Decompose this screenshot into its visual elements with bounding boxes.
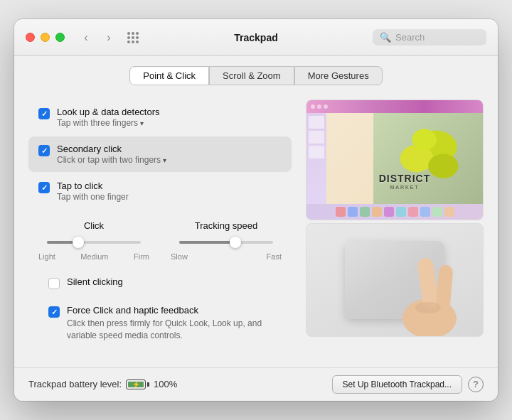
option-force-desc: Click then press firmly for Quick Look, … — [67, 318, 272, 342]
tracking-slider-thumb[interactable] — [230, 237, 241, 248]
click-slider-title: Click — [38, 220, 149, 231]
tracking-slider-track[interactable] — [179, 241, 273, 244]
option-lookup: ✓ Look up & data detectors Tap with thre… — [28, 99, 292, 135]
tracking-slider-track-container — [174, 237, 279, 248]
forward-button[interactable]: › — [99, 28, 119, 48]
dot-2 — [317, 104, 321, 109]
click-slider-group: Click Light Medium Firm — [38, 220, 149, 261]
maximize-button[interactable] — [55, 33, 65, 42]
tab-point-click[interactable]: Point & Click — [129, 66, 209, 85]
tracking-slider-labels: Slow Fast — [171, 252, 282, 261]
apps-grid — [127, 32, 139, 43]
search-input[interactable] — [395, 32, 479, 43]
battery-percent: 100% — [154, 379, 177, 389]
back-button[interactable]: ‹ — [76, 28, 96, 48]
left-panel: ✓ Look up & data detectors Tap with thre… — [28, 99, 292, 356]
option-lookup-label: Look up & data detectors — [57, 107, 282, 117]
grid-icon[interactable] — [127, 32, 139, 43]
force-click-section: Silent clicking ✓ Force Click and haptic… — [28, 266, 292, 356]
checkmark-icon: ✓ — [41, 147, 48, 155]
slider-group: Click Light Medium Firm — [38, 220, 282, 261]
minimize-button[interactable] — [41, 33, 50, 42]
tracking-slider-fill — [179, 241, 235, 244]
grid-dot — [132, 41, 134, 43]
titlebar: ‹ › Trackpad 🔍 — [14, 19, 498, 56]
hand-svg — [383, 230, 476, 336]
district-preview-inner: DISTRICT MARKET — [306, 100, 483, 220]
district-content-area: DISTRICT MARKET — [326, 113, 483, 204]
sidebar-thumb-3 — [309, 146, 324, 158]
battery-tip — [147, 382, 149, 387]
preview-district: DISTRICT MARKET — [306, 99, 484, 220]
lemons-svg — [373, 113, 483, 204]
grid-dot — [136, 41, 139, 43]
sidebar-thumb-2 — [309, 131, 324, 144]
battery-bolt-icon: ⚡ — [132, 381, 140, 388]
checkbox-tap[interactable]: ✓ — [38, 182, 50, 193]
svg-point-7 — [415, 302, 441, 313]
preview-trackpad — [306, 223, 484, 337]
dock-icon-7 — [408, 207, 418, 217]
dropdown-arrow-icon[interactable]: ▾ — [163, 156, 166, 164]
setup-bluetooth-button[interactable]: Set Up Bluetooth Trackpad... — [332, 375, 462, 394]
option-tap-label: Tap to click — [57, 181, 282, 191]
bottom-bar: Trackpad battery level: ⚡ 100% Set Up Bl… — [14, 367, 498, 401]
option-force-text: Force Click and haptic feedback Click th… — [67, 305, 272, 342]
tab-more-gestures[interactable]: More Gestures — [294, 66, 383, 85]
option-silent-text: Silent clicking — [67, 276, 272, 287]
checkmark-icon: ✓ — [41, 110, 48, 118]
option-secondary-label: Secondary click — [57, 144, 282, 154]
traffic-lights — [26, 33, 65, 42]
district-sub: MARKET — [379, 185, 431, 190]
lemons-area — [373, 113, 483, 204]
dock-icon-8 — [420, 207, 430, 217]
option-lookup-sublabel: Tap with three fingers ▾ — [57, 118, 282, 128]
search-icon: 🔍 — [380, 32, 391, 43]
checkbox-secondary[interactable]: ✓ — [38, 145, 50, 156]
dropdown-arrow-icon[interactable]: ▾ — [140, 119, 144, 127]
battery-info: Trackpad battery level: ⚡ 100% — [28, 379, 177, 389]
option-secondary-text: Secondary click Click or tap with two fi… — [57, 144, 282, 165]
checkbox-force[interactable]: ✓ — [48, 306, 60, 318]
svg-point-3 — [412, 129, 437, 151]
tabs-row: Point & Click Scroll & Zoom More Gesture… — [14, 56, 498, 92]
dock-icon-1 — [336, 207, 346, 217]
option-silent: Silent clicking — [38, 269, 282, 296]
nav-buttons: ‹ › — [76, 28, 119, 48]
tracking-label-fast: Fast — [267, 252, 282, 261]
grid-dot — [136, 36, 139, 39]
main-content: ✓ Look up & data detectors Tap with thre… — [14, 92, 498, 367]
district-name: DISTRICT — [379, 173, 431, 184]
dot-3 — [324, 104, 328, 109]
option-secondary-click: ✓ Secondary click Click or tap with two … — [28, 136, 292, 172]
sliders-section: Click Light Medium Firm — [28, 210, 292, 266]
checkmark-icon: ✓ — [41, 184, 48, 192]
help-button[interactable]: ? — [468, 377, 484, 392]
checkmark-icon: ✓ — [51, 308, 58, 316]
bottom-actions: Set Up Bluetooth Trackpad... ? — [332, 375, 484, 394]
search-bar[interactable]: 🔍 — [373, 29, 486, 45]
dock-bar — [306, 204, 483, 220]
tab-scroll-zoom[interactable]: Scroll & Zoom — [209, 66, 294, 85]
close-button[interactable] — [26, 33, 35, 42]
checkbox-lookup[interactable]: ✓ — [38, 108, 50, 119]
option-lookup-text: Look up & data detectors Tap with three … — [57, 107, 282, 128]
option-force-click: ✓ Force Click and haptic feedback Click … — [38, 298, 282, 349]
click-slider-labels: Light Medium Firm — [38, 252, 149, 261]
grid-dot — [127, 41, 130, 43]
trackpad-scene — [306, 224, 483, 336]
option-force-label: Force Click and haptic feedback — [67, 305, 272, 316]
district-body-row: DISTRICT MARKET — [306, 113, 483, 204]
click-slider-thumb[interactable] — [73, 237, 84, 248]
window-title: Trackpad — [234, 32, 277, 43]
click-slider-track[interactable] — [47, 241, 141, 244]
grid-dot — [127, 36, 130, 39]
sidebar-thumb-1 — [309, 116, 324, 129]
dock-icon-6 — [396, 207, 406, 217]
preview-sidebar — [306, 113, 326, 204]
option-tap-to-click: ✓ Tap to click Tap with one finger — [28, 173, 292, 209]
click-label-light: Light — [38, 252, 55, 261]
dock-icon-4 — [372, 207, 382, 217]
checkbox-silent[interactable] — [48, 278, 60, 289]
grid-dot — [136, 32, 139, 35]
